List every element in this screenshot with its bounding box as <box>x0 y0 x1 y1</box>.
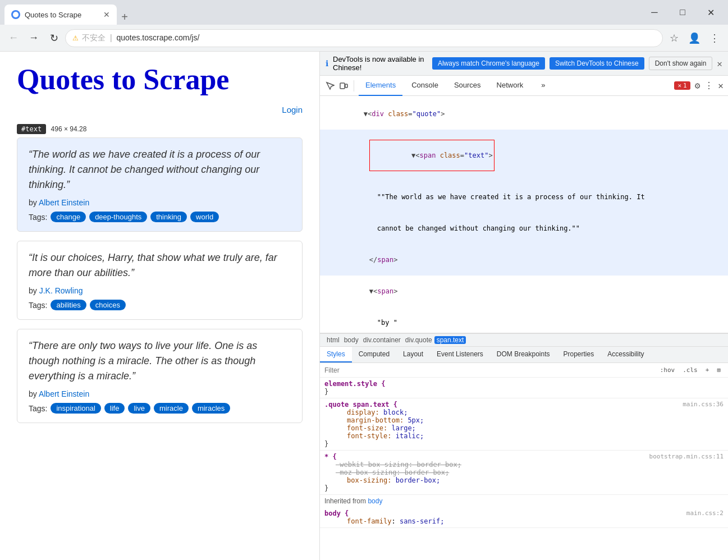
css-source-main36[interactable]: main.css:36 <box>683 401 724 408</box>
css-selector-star: * { <box>324 453 337 461</box>
inherited-body-link[interactable]: body <box>368 497 382 505</box>
forward-button[interactable]: → <box>25 29 43 47</box>
styles-tab-dom-breakpoints[interactable]: DOM Breakpoints <box>490 347 557 362</box>
quote-card-3: “There are only two ways to live your li… <box>17 329 303 423</box>
breadcrumb-body[interactable]: body <box>342 336 361 344</box>
css-source-main2[interactable]: main.css:2 <box>686 509 724 517</box>
author-link-3[interactable]: Albert Einstein <box>39 389 89 398</box>
tag-choices[interactable]: choices <box>90 300 126 310</box>
dont-show-button[interactable]: Don't show again <box>649 57 713 70</box>
inspector-icon[interactable] <box>324 80 336 91</box>
dom-line-6: ▼<span> <box>320 276 728 307</box>
tag-change[interactable]: change <box>51 212 86 222</box>
security-icon: ⚠ <box>72 34 79 42</box>
styles-tab-accessibility[interactable]: Accessibility <box>601 347 651 362</box>
css-selector-body: body { <box>324 509 349 517</box>
banner-text: DevTools is now available in Chinese! <box>333 55 428 72</box>
url-display: quotes.toscrape.com/js/ <box>116 33 199 42</box>
tag-abilities[interactable]: abilities <box>51 300 86 310</box>
tag-deep-thoughts[interactable]: deep-thoughts <box>89 212 147 222</box>
css-close-brace-2: } <box>324 440 328 448</box>
dom-line-1: ▼<div class="quote"> <box>320 98 728 130</box>
tab-close-button[interactable]: ✕ <box>103 10 110 19</box>
css-selector-quote: .quote span.text { <box>324 401 397 408</box>
menu-icon[interactable]: ⋮ <box>706 29 724 47</box>
security-label: 不安全 <box>82 33 106 42</box>
url-bar[interactable]: ⚠ 不安全 | quotes.toscrape.com/js/ <box>65 29 663 47</box>
tag-world[interactable]: world <box>190 212 219 222</box>
inherited-label: Inherited from body <box>320 495 728 507</box>
css-rule-star: * { bootstrap.min.css:11 -webkit-box-siz… <box>320 451 728 495</box>
add-rule-button[interactable]: + <box>703 365 712 375</box>
quote-text-1: “The world as we have created it is a pr… <box>29 147 291 192</box>
main-area: Quotes to Scrape Login #text 496 × 94.28… <box>0 52 728 560</box>
tab-console[interactable]: Console <box>405 76 445 96</box>
tag-inspirational[interactable]: inspirational <box>51 403 100 414</box>
always-match-button[interactable]: Always match Chrome's language <box>432 57 545 70</box>
quote-card-2: “It is our choices, Harry, that show wha… <box>17 241 303 320</box>
tag-life[interactable]: life <box>104 403 125 414</box>
quote-author-2: by J.K. Rowling <box>29 286 291 295</box>
filter-buttons: :hov .cls + ⊞ <box>657 365 724 375</box>
devtools-close-icon[interactable]: ✕ <box>718 80 724 91</box>
css-prop-margin-bottom: margin-bottom: 5px; <box>324 416 724 424</box>
tags-line-2: Tags: abilities choices <box>29 300 291 310</box>
node-size: 496 × 94.28 <box>51 125 87 133</box>
cls-button[interactable]: .cls <box>680 365 700 375</box>
devtools-panel: ℹ DevTools is now available in Chinese! … <box>320 52 728 560</box>
maximize-button[interactable]: □ <box>670 4 695 21</box>
reload-button[interactable]: ↻ <box>45 29 63 47</box>
css-source-bootstrap11[interactable]: bootstrap.min.css:11 <box>649 453 724 460</box>
new-tab-button[interactable]: + <box>117 9 132 25</box>
breadcrumb-quote[interactable]: div.quote <box>403 336 434 344</box>
minimize-button[interactable]: ─ <box>642 4 667 21</box>
error-count: 1 <box>683 82 687 89</box>
tab-more[interactable]: » <box>534 76 552 96</box>
error-count-badge[interactable]: ✕ 1 <box>674 81 690 90</box>
styles-tab-computed[interactable]: Computed <box>352 347 396 362</box>
switch-devtools-button[interactable]: Switch DevTools to Chinese <box>550 57 644 70</box>
breadcrumb-span-text[interactable]: span.text <box>434 336 466 344</box>
webpage-content: Quotes to Scrape Login #text 496 × 94.28… <box>0 52 320 560</box>
dom-panel[interactable]: ▼<div class="quote"> ▼<span class="text"… <box>320 96 728 333</box>
tab-elements[interactable]: Elements <box>359 76 402 96</box>
css-close-brace: } <box>324 388 328 396</box>
author-link-1[interactable]: Albert Einstein <box>39 198 89 207</box>
back-button[interactable]: ← <box>4 29 22 47</box>
toggle-button[interactable]: ⊞ <box>714 365 724 375</box>
styles-tabs: Styles Computed Layout Event Listeners D… <box>320 347 728 363</box>
dom-line-3: ""The world as we have created it is a p… <box>320 181 728 213</box>
dom-line-5: </span> <box>320 244 728 276</box>
breadcrumb-container[interactable]: div.container <box>361 336 403 344</box>
css-prop-moz-boxsizing: -moz-box-sizing: border-box; <box>324 469 724 476</box>
styles-tab-styles[interactable]: Styles <box>320 347 352 362</box>
css-close-brace-3: } <box>324 484 328 492</box>
browser-tab[interactable]: Quotes to Scrape ✕ <box>4 4 117 25</box>
styles-tab-properties[interactable]: Properties <box>557 347 601 362</box>
tab-network[interactable]: Network <box>490 76 530 96</box>
close-button[interactable]: ✕ <box>698 4 724 21</box>
tag-thinking[interactable]: thinking <box>150 212 187 222</box>
breadcrumb-html[interactable]: html <box>324 336 342 344</box>
tag-miracles[interactable]: miracles <box>192 403 230 414</box>
styles-tab-event-listeners[interactable]: Event Listeners <box>430 347 490 362</box>
device-icon[interactable] <box>338 80 349 91</box>
bookmark-icon[interactable]: ☆ <box>665 29 683 47</box>
filter-input[interactable] <box>324 366 653 374</box>
profile-icon[interactable]: 👤 <box>685 29 703 47</box>
devtools-menu-icon[interactable]: ⋮ <box>704 80 713 91</box>
settings-icon[interactable]: ⚙ <box>695 80 700 91</box>
hov-button[interactable]: :hov <box>657 365 678 375</box>
tab-sources[interactable]: Sources <box>447 76 488 96</box>
window-controls: ─ □ ✕ <box>642 4 724 21</box>
author-link-2[interactable]: J.K. Rowling <box>39 286 83 295</box>
css-prop-webkit-boxsizing: -webkit-box-sizing: border-box; <box>324 461 724 469</box>
tag-live[interactable]: live <box>128 403 150 414</box>
tab-title: Quotes to Scrape <box>25 11 99 19</box>
tag-miracle[interactable]: miracle <box>154 403 189 414</box>
node-label: #text <box>17 124 46 134</box>
login-link[interactable]: Login <box>17 105 303 114</box>
banner-close-button[interactable]: ✕ <box>717 58 722 69</box>
css-prop-boxsizing: box-sizing: border-box; <box>324 476 724 484</box>
styles-tab-layout[interactable]: Layout <box>396 347 430 362</box>
